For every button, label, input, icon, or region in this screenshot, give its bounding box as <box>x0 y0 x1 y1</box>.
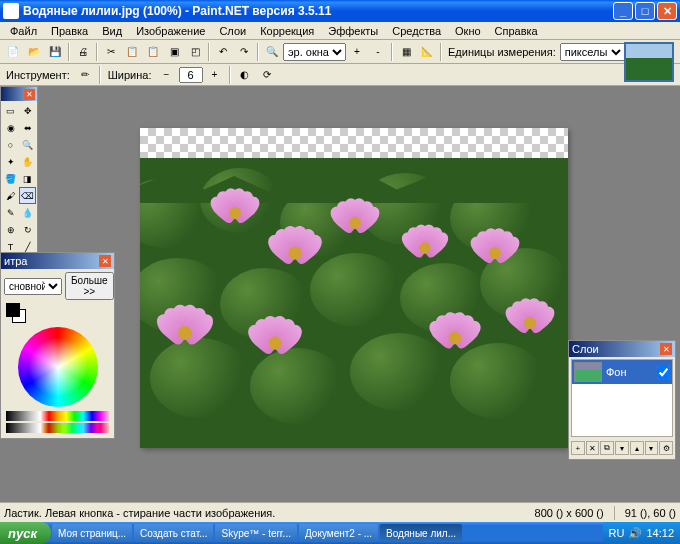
crop-button[interactable]: ▣ <box>164 42 184 62</box>
tools-panel-titlebar[interactable]: ✕ <box>1 87 37 101</box>
menu-window[interactable]: Окно <box>449 24 487 38</box>
menu-tools[interactable]: Средства <box>386 24 447 38</box>
layers-close-icon[interactable]: ✕ <box>660 343 672 355</box>
tray-lang[interactable]: RU <box>609 527 625 539</box>
layer-item[interactable]: Фон <box>572 360 672 384</box>
save-button[interactable]: 💾 <box>45 42 65 62</box>
taskbar-item[interactable]: Моя страниц... <box>52 524 132 542</box>
tool-picker[interactable]: 💧 <box>19 204 36 221</box>
move-down-button[interactable]: ▾ <box>645 441 659 455</box>
primary-color-swatch[interactable] <box>6 303 20 317</box>
tool-move[interactable]: ✥ <box>19 102 36 119</box>
close-button[interactable]: ✕ <box>657 2 677 20</box>
zoom-in-button[interactable]: + <box>347 42 367 62</box>
window-title: Водяные лилии.jpg (100%) - Paint.NET вер… <box>23 4 613 18</box>
document-thumbnail[interactable] <box>624 42 674 82</box>
layer-properties-button[interactable]: ⚙ <box>659 441 673 455</box>
menu-help[interactable]: Справка <box>489 24 544 38</box>
add-layer-button[interactable]: + <box>571 441 585 455</box>
tool-pan[interactable]: ✋ <box>19 153 36 170</box>
deselect-button[interactable]: ◰ <box>185 42 205 62</box>
duplicate-layer-button[interactable]: ⧉ <box>600 441 614 455</box>
layers-panel-title: Слои <box>572 343 599 355</box>
units-select[interactable]: пикселы <box>560 43 625 61</box>
zoom-select[interactable]: эр. окна <box>283 43 346 61</box>
color-wheel[interactable] <box>18 327 98 407</box>
width-label: Ширина: <box>105 69 155 81</box>
main-toolbar: 📄 📂 💾 🖨 ✂ 📋 📋 ▣ ◰ ↶ ↷ 🔍 эр. окна + - ▦ 📐… <box>0 40 680 64</box>
taskbar-item[interactable]: Документ2 - ... <box>299 524 378 542</box>
menu-image[interactable]: Изображение <box>130 24 211 38</box>
undo-button[interactable]: ↶ <box>213 42 233 62</box>
colors-panel-titlebar[interactable]: итра ✕ <box>1 253 114 269</box>
menu-edit[interactable]: Правка <box>45 24 94 38</box>
status-hint: Ластик. Левая кнопка - стирание части из… <box>4 507 275 519</box>
ruler-button[interactable]: 📐 <box>417 42 437 62</box>
color-mode-select[interactable]: сновной <box>4 278 62 295</box>
color-palette[interactable] <box>6 411 109 421</box>
tool-gradient[interactable]: ◨ <box>19 170 36 187</box>
tool-zoom[interactable]: 🔍 <box>19 136 36 153</box>
menu-correction[interactable]: Коррекция <box>254 24 320 38</box>
canvas[interactable] <box>140 128 568 448</box>
tool-move-selection[interactable]: ⬌ <box>19 119 36 136</box>
print-button[interactable]: 🖨 <box>73 42 93 62</box>
tool-brush[interactable]: 🖌 <box>2 187 19 204</box>
color-palette-2[interactable] <box>6 423 109 433</box>
taskbar-item[interactable]: Создать стат... <box>134 524 213 542</box>
layer-name: Фон <box>606 366 627 378</box>
tray-icon[interactable]: 🔊 <box>628 527 642 540</box>
zoom-fit-button[interactable]: 🔍 <box>262 42 282 62</box>
antialias-button[interactable]: ◐ <box>235 65 255 85</box>
taskbar-item[interactable]: Skype™ - terr... <box>215 524 296 542</box>
layers-toolbar: + ✕ ⧉ ▾ ▴ ▾ ⚙ <box>569 439 675 457</box>
paste-button[interactable]: 📋 <box>143 42 163 62</box>
open-button[interactable]: 📂 <box>24 42 44 62</box>
width-plus-button[interactable]: + <box>205 65 225 85</box>
more-colors-button[interactable]: Больше >> <box>65 272 114 300</box>
tool-recolor[interactable]: ↻ <box>19 221 36 238</box>
colors-panel: итра ✕ сновной Больше >> <box>0 252 115 439</box>
delete-layer-button[interactable]: ✕ <box>586 441 600 455</box>
menubar: Файл Правка Вид Изображение Слои Коррекц… <box>0 22 680 40</box>
zoom-out-button[interactable]: - <box>368 42 388 62</box>
tool-eraser[interactable]: ⌫ <box>19 187 36 204</box>
taskbar-item-active[interactable]: Водяные лил... <box>380 524 462 542</box>
tool-lasso[interactable]: ◉ <box>2 119 19 136</box>
minimize-button[interactable]: _ <box>613 2 633 20</box>
taskbar: пуск Моя страниц... Создать стат... Skyp… <box>0 522 680 544</box>
menu-effects[interactable]: Эффекты <box>322 24 384 38</box>
redo-button[interactable]: ↷ <box>234 42 254 62</box>
colors-panel-title: итра <box>4 255 27 267</box>
grid-button[interactable]: ▦ <box>396 42 416 62</box>
cut-button[interactable]: ✂ <box>101 42 121 62</box>
width-input[interactable] <box>179 67 203 83</box>
new-button[interactable]: 📄 <box>3 42 23 62</box>
tool-fill[interactable]: 🪣 <box>2 170 19 187</box>
canvas-size-label: 800 () x 600 () <box>535 507 604 519</box>
blend-button[interactable]: ⟳ <box>257 65 277 85</box>
tool-rect-select[interactable]: ▭ <box>2 102 19 119</box>
layer-thumbnail <box>574 362 602 382</box>
tool-ellipse-select[interactable]: ○ <box>2 136 19 153</box>
layer-visibility-checkbox[interactable] <box>657 366 670 379</box>
tools-close-icon[interactable]: ✕ <box>24 89 35 100</box>
menu-layers[interactable]: Слои <box>213 24 252 38</box>
tool-pencil[interactable]: ✎ <box>2 204 19 221</box>
maximize-button[interactable]: □ <box>635 2 655 20</box>
tool-magic-wand[interactable]: ✦ <box>2 153 19 170</box>
width-minus-button[interactable]: − <box>157 65 177 85</box>
units-label: Единицы измерения: <box>445 46 559 58</box>
start-button[interactable]: пуск <box>0 522 51 544</box>
layers-panel-titlebar[interactable]: Слои ✕ <box>569 341 675 357</box>
menu-file[interactable]: Файл <box>4 24 43 38</box>
current-tool-icon[interactable]: ✏ <box>75 65 95 85</box>
system-tray[interactable]: RU 🔊 14:12 <box>603 522 680 544</box>
copy-button[interactable]: 📋 <box>122 42 142 62</box>
menu-view[interactable]: Вид <box>96 24 128 38</box>
merge-layer-button[interactable]: ▾ <box>615 441 629 455</box>
tool-clone[interactable]: ⊕ <box>2 221 19 238</box>
layers-list: Фон <box>571 359 673 437</box>
move-up-button[interactable]: ▴ <box>630 441 644 455</box>
colors-close-icon[interactable]: ✕ <box>99 255 111 267</box>
